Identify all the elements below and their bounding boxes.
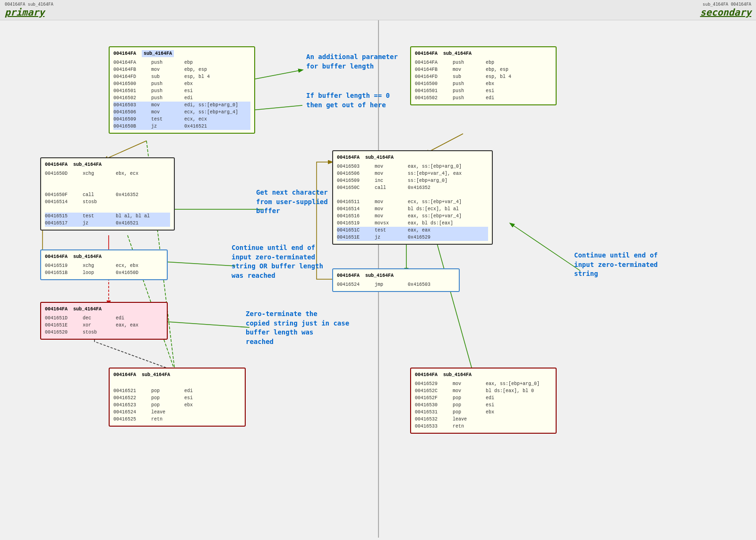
svg-line-13 xyxy=(510,223,580,271)
table-row: 0041651Ejz0x416529 xyxy=(337,234,488,241)
table-row: 00416503movedi, ss:[ebp+arg_0] xyxy=(113,102,250,109)
table-row: 0041650Fcall0x416352 xyxy=(45,191,170,198)
table-row xyxy=(45,206,170,213)
block-func: sub_4164FA xyxy=(142,371,170,378)
table-row xyxy=(337,191,488,198)
table-row: 0041650Dxchgebx, ecx xyxy=(45,170,170,177)
block-addr: 004164FA xyxy=(45,306,68,313)
annotation-continue-loop: Continue until end ofinput zero-terminat… xyxy=(232,243,323,280)
table-row: 00416516moveax, ss:[ebp+var_4] xyxy=(337,213,488,220)
block-func: sub_4164FA xyxy=(73,161,102,168)
table-row: 00416521popedi xyxy=(113,387,241,394)
block-addr: 004164FA xyxy=(415,371,438,378)
table-row: 00416509testecx, ecx xyxy=(113,116,250,123)
primary-label: primary xyxy=(5,7,44,18)
table-row: 00416520stosb xyxy=(45,329,163,336)
block-addr: 004164FA xyxy=(113,50,136,57)
table-row: 00416517jz0x416521 xyxy=(45,220,170,227)
header-left-sub: 004164FA sub_4164FA xyxy=(5,2,53,7)
secondary-label: secondary xyxy=(700,7,751,18)
table-row: 00416506movecx, ss:[ebp+arg_4] xyxy=(113,109,250,116)
table-row: 00416500pushebx xyxy=(415,80,552,87)
table-row: 00416519movsxeax, bl ds:[eax] xyxy=(337,220,488,227)
header: 004164FA sub_4164FA primary sub_4164FA 0… xyxy=(0,0,756,20)
table-row: 00416501pushesi xyxy=(113,87,250,94)
block-title: 004164FA sub_4164FA xyxy=(45,161,170,168)
main-area: 004164FA sub_4164FA 004164FApushebp 0041… xyxy=(0,20,756,538)
block-addr: 004164FA xyxy=(415,50,438,57)
block-addr: 004164FA xyxy=(113,371,136,378)
primary-bottom-block: 004164FA sub_4164FA 00416521popedi 00416… xyxy=(109,368,246,427)
table-row: 004164FDsubesp, bl 4 xyxy=(415,73,552,80)
table-row: 004164FDsubesp, bl 4 xyxy=(113,73,250,80)
annotation-get-next-char: Get next characterfrom user-suppliedbuff… xyxy=(256,188,328,216)
block-addr: 004164FA xyxy=(45,253,68,260)
table-row: 00416524jmp0x416503 xyxy=(337,281,455,288)
annotation-additional-param: An additional parameterfor buffer length xyxy=(306,52,398,71)
svg-line-2 xyxy=(104,141,146,160)
table-row: 00416509incss:[ebp+arg_0] xyxy=(337,177,488,184)
block-func: sub_4164FA xyxy=(365,272,394,279)
table-row: 00416514stosb xyxy=(45,198,170,206)
annotation-continue-zero-term: Continue until end ofinput zero-terminat… xyxy=(574,251,658,279)
table-row: 00416502pushedi xyxy=(415,94,552,102)
block-func: sub_4164FA xyxy=(443,371,472,378)
block-title: 004164FA sub_4164FA xyxy=(415,371,552,378)
table-row xyxy=(45,184,170,191)
table-row: 0041652Fpopedi xyxy=(415,394,552,402)
block-title: 004164FA sub_4164FA xyxy=(337,154,488,161)
svg-line-11 xyxy=(435,235,472,371)
table-row: 00416529moveax, ss:[ebp+arg_0] xyxy=(415,380,552,387)
table-row: 00416523popebx xyxy=(113,402,241,409)
table-row: 00416500pushebx xyxy=(113,80,250,87)
table-row: 00416506movss:[ebp+var_4], eax xyxy=(337,170,488,177)
block-title: 004164FA sub_4164FA xyxy=(45,253,163,260)
table-row: 004164FApushebp xyxy=(113,59,250,66)
table-row: 00416501pushesi xyxy=(415,87,552,94)
table-row: 00416503moveax, ss:[ebp+arg_0] xyxy=(337,163,488,170)
table-row: 0041652Cmovbl ds:[eax], bl 0 xyxy=(415,387,552,394)
block-title: 004164FA sub_4164FA xyxy=(113,50,250,57)
primary-mid1-block: 004164FA sub_4164FA 0041650Dxchgebx, ecx… xyxy=(40,157,175,231)
secondary-mid1-block: 004164FA sub_4164FA 00416503moveax, ss:[… xyxy=(332,150,493,245)
header-left: 004164FA sub_4164FA primary xyxy=(5,2,53,18)
table-row xyxy=(45,177,170,184)
block-title: 004164FA sub_4164FA xyxy=(337,272,455,279)
annotation-buffer-length-zero: If buffer length == 0then get out of her… xyxy=(306,91,390,110)
table-row: 0041651Bloop0x41650D xyxy=(45,269,163,276)
block-addr: 004164FA xyxy=(45,161,68,168)
table-row: 00416530popesi xyxy=(415,402,552,409)
annotation-zero-terminate: Zero-terminate thecopied string just in … xyxy=(246,309,349,346)
table-row: 00416525retn xyxy=(113,416,241,423)
secondary-bottom-block: 004164FA sub_4164FA 00416529moveax, ss:[… xyxy=(410,368,557,434)
table-row xyxy=(113,380,241,387)
svg-line-8 xyxy=(156,261,235,266)
table-row: 00416519xchgecx, ebx xyxy=(45,262,163,269)
primary-loop-block: 004164FA sub_4164FA 00416519xchgecx, ebx… xyxy=(40,249,168,280)
block-func: sub_4164FA xyxy=(73,306,102,313)
table-row: 00416531popebx xyxy=(415,409,552,416)
table-row: 00416533retn xyxy=(415,423,552,430)
block-title: 004164FA sub_4164FA xyxy=(45,306,163,313)
table-row: 004164FBmovebp, esp xyxy=(113,66,250,73)
table-row: 0041650Bjz0x416521 xyxy=(113,123,250,130)
secondary-loop-block: 004164FA sub_4164FA 00416524jmp0x416503 xyxy=(332,268,460,292)
block-func: sub_4164FA xyxy=(142,50,174,57)
block-title: 004164FA sub_4164FA xyxy=(415,50,552,57)
table-row: 0041650Ccall0x416352 xyxy=(337,184,488,191)
table-row: 00416511movecx, ss:[ebp+var_4] xyxy=(337,198,488,206)
primary-top-block: 004164FA sub_4164FA 004164FApushebp 0041… xyxy=(109,46,255,134)
block-func: sub_4164FA xyxy=(73,253,102,260)
table-row: 004164FApushebp xyxy=(415,59,552,66)
block-addr: 004164FA xyxy=(337,154,360,161)
block-title: 004164FA sub_4164FA xyxy=(113,371,241,378)
table-row: 00416515testbl al, bl al xyxy=(45,213,170,220)
primary-term-block: 004164FA sub_4164FA 0041651Ddecedi 00416… xyxy=(40,302,168,340)
table-row: 0041651Exoreax, eax xyxy=(45,322,163,329)
table-row: 004164FBmovebp, esp xyxy=(415,66,552,73)
table-row: 0041651Ddecedi xyxy=(45,315,163,322)
block-addr: 004164FA xyxy=(337,272,360,279)
header-right-sub: sub_4164FA 004164FA xyxy=(703,2,751,7)
secondary-top-block: 004164FA sub_4164FA 004164FApushebp 0041… xyxy=(410,46,557,105)
header-right: sub_4164FA 004164FA secondary xyxy=(700,2,751,18)
